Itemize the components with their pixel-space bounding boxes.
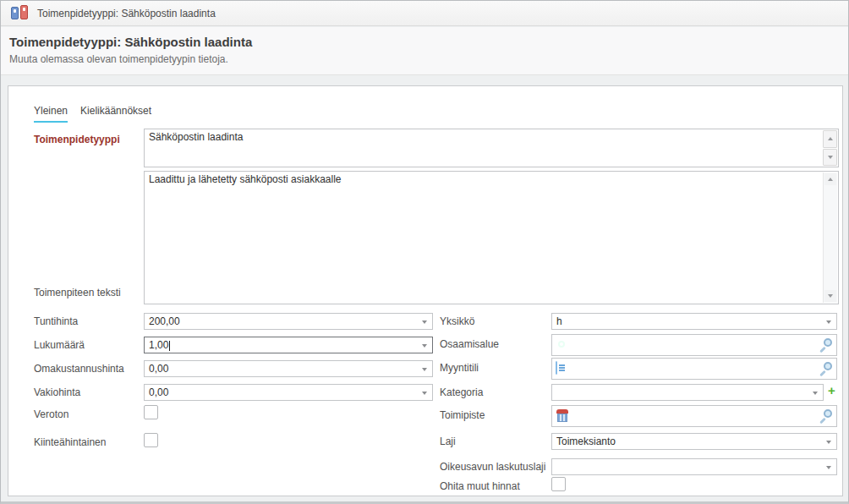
triangle-up-icon — [828, 137, 833, 140]
label-myyntitili: Myyntitili — [440, 362, 479, 374]
chevron-down-icon[interactable] — [422, 368, 427, 371]
competence-badge-icon — [556, 338, 569, 352]
label-kiinteahintainen: Kiinteähintainen — [34, 436, 106, 448]
toimipiste-lookup[interactable] — [551, 405, 837, 427]
lukumaara-value: 1,00 — [149, 339, 170, 351]
myyntitili-lookup[interactable] — [551, 358, 837, 380]
omakustannushinta-value: 0,00 — [149, 363, 168, 375]
vakiohinta-value: 0,00 — [149, 386, 168, 398]
spinner-control — [823, 130, 837, 166]
label-toimenpiteen-teksti: Toimenpiteen teksti — [34, 287, 121, 299]
chevron-down-icon[interactable] — [422, 392, 427, 395]
page-subtitle: Muuta olemassa olevan toimenpidetyypin t… — [9, 53, 848, 65]
tuntihinta-combo[interactable]: 200,00 — [144, 313, 433, 330]
label-laji: Laji — [440, 436, 456, 447]
tab-bar: Yleinen Kielikäännökset — [34, 105, 151, 123]
tab-kielikaannokset[interactable]: Kielikäännökset — [80, 105, 151, 123]
toimenpiteen-teksti-value: Laadittu ja lähetetty sähköposti asiakka… — [149, 173, 341, 185]
chevron-down-icon[interactable] — [826, 441, 831, 444]
label-vakiohinta: Vakiohinta — [34, 386, 80, 398]
kiinteahintainen-checkbox[interactable] — [144, 433, 158, 447]
scroll-down-button[interactable] — [824, 290, 836, 302]
chevron-down-icon[interactable] — [422, 344, 427, 348]
app-window: Toimenpidetyyppi: Sähköpostin laadinta T… — [0, 0, 849, 504]
account-list-icon — [556, 362, 569, 375]
text-caret — [169, 341, 170, 351]
triangle-down-icon — [828, 294, 833, 298]
textarea-scrollbar[interactable] — [823, 173, 837, 303]
page-title: Toimenpidetyyppi: Sähköpostin laadinta — [9, 35, 848, 49]
search-icon[interactable] — [819, 362, 832, 375]
search-icon[interactable] — [819, 338, 832, 352]
omakustannushinta-combo[interactable]: 0,00 — [144, 360, 433, 377]
label-toimipiste: Toimipiste — [440, 409, 485, 421]
office-building-icon — [556, 409, 569, 423]
chevron-down-icon[interactable] — [422, 320, 427, 324]
osaamisalue-lookup[interactable] — [551, 334, 837, 356]
triangle-down-icon — [828, 156, 833, 159]
lukumaara-combo[interactable]: 1,00 — [144, 337, 433, 353]
label-ohita-muut-hinnat: Ohita muut hinnat — [440, 480, 520, 492]
binder-red-icon — [20, 5, 28, 19]
binders-icon — [11, 5, 30, 21]
chevron-down-icon[interactable] — [813, 392, 818, 395]
scroll-up-button[interactable] — [824, 173, 836, 185]
titlebar-title: Toimenpidetyyppi: Sähköpostin laadinta — [37, 8, 216, 19]
yksikko-combo[interactable]: h — [551, 313, 837, 330]
label-veroton: Veroton — [34, 408, 68, 420]
ohita-muut-hinnat-checkbox[interactable] — [551, 477, 566, 491]
spin-down-button[interactable] — [823, 149, 837, 167]
triangle-up-icon — [828, 178, 833, 181]
label-toimenpidetyyppi: Toimenpidetyyppi — [34, 134, 120, 145]
chevron-down-icon[interactable] — [826, 466, 831, 469]
label-omakustannushinta: Omakustannushinta — [34, 363, 124, 375]
laji-value: Toimeksianto — [556, 436, 616, 447]
toimenpidetyyppi-value: Sähköpostin laadinta — [149, 131, 243, 143]
oikeusavun-laskutuslaji-combo[interactable] — [551, 458, 837, 475]
binder-blue-icon — [11, 7, 19, 19]
label-kategoria: Kategoria — [440, 386, 483, 398]
label-yksikko: Yksikkö — [440, 315, 474, 327]
label-oikeusavun-laskutuslaji: Oikeusavun laskutuslaji — [440, 461, 545, 473]
label-tuntihinta: Tuntihinta — [34, 315, 78, 327]
laji-combo[interactable]: Toimeksianto — [551, 433, 837, 450]
add-kategoria-button[interactable]: + — [828, 385, 835, 397]
page-header: Toimenpidetyyppi: Sähköpostin laadinta M… — [1, 27, 848, 75]
toimenpiteen-teksti-textarea[interactable]: Laadittu ja lähetetty sähköposti asiakka… — [144, 171, 839, 304]
search-icon[interactable] — [819, 409, 832, 423]
veroton-checkbox[interactable] — [144, 405, 158, 419]
tuntihinta-value: 200,00 — [149, 315, 180, 327]
label-osaamisalue: Osaamisalue — [440, 338, 499, 350]
vakiohinta-combo[interactable]: 0,00 — [144, 384, 433, 401]
toimenpidetyyppi-input[interactable]: Sähköpostin laadinta — [144, 129, 839, 167]
kategoria-combo[interactable] — [551, 384, 824, 401]
yksikko-value: h — [556, 315, 562, 327]
chevron-down-icon[interactable] — [826, 320, 831, 324]
label-lukumaara: Lukumäärä — [34, 339, 85, 351]
form-panel: Yleinen Kielikäännökset Toimenpidetyyppi… — [8, 85, 843, 496]
tab-yleinen[interactable]: Yleinen — [34, 105, 68, 123]
spin-up-button[interactable] — [823, 130, 837, 148]
titlebar: Toimenpidetyyppi: Sähköpostin laadinta — [1, 1, 848, 26]
